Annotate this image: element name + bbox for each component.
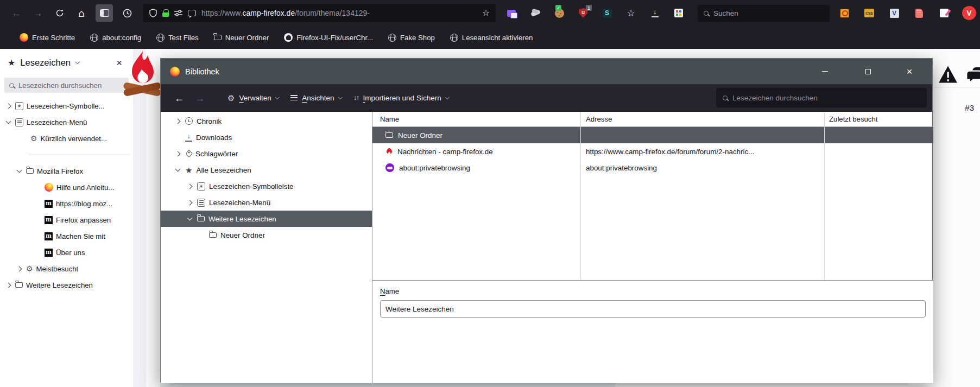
sidebar-item-mozilla-firefox[interactable]: Mozilla Firefox: [0, 163, 133, 179]
tree-item-alle-lesezeichen[interactable]: Alle Lesezeichen: [161, 162, 372, 178]
list-row-privatebrowsing[interactable]: about:privatebrowsing about:privatebrows…: [372, 160, 933, 176]
chat-bubbles-icon[interactable]: [966, 67, 980, 83]
extension-speed-dial[interactable]: [669, 4, 688, 22]
tree-item-schlagwoerter[interactable]: Schlagwörter: [161, 145, 372, 162]
sidebar-item-weitere[interactable]: Weitere Lesezeichen: [0, 277, 133, 293]
tracking-shield-icon[interactable]: [149, 9, 157, 17]
history-button[interactable]: [118, 4, 136, 22]
bookmark-label: Leseansicht aktivieren: [462, 34, 533, 42]
forward-button[interactable]: →: [29, 4, 47, 22]
globe-icon: [90, 34, 98, 42]
verwalten-menu-button[interactable]: Verwalten: [227, 94, 279, 103]
home-button[interactable]: [73, 4, 90, 22]
sidebar-item-symbolleiste[interactable]: Lesezeichen-Symbolle...: [0, 98, 133, 114]
browser-search-bar[interactable]: [698, 5, 830, 22]
column-divider[interactable]: [824, 112, 825, 280]
extension-userscript[interactable]: [910, 4, 928, 22]
gear-icon: [227, 94, 235, 103]
maximize-button[interactable]: [857, 59, 880, 84]
bookmark-label: Test Files: [168, 34, 199, 42]
chevron-right-icon[interactable]: [187, 183, 192, 189]
library-search-input[interactable]: [732, 94, 912, 102]
chevron-right-icon[interactable]: [187, 200, 192, 205]
close-button[interactable]: [898, 59, 921, 84]
column-header-name[interactable]: Name: [372, 115, 580, 123]
chevron-down-icon: [338, 95, 342, 99]
extension-cookie[interactable]: [550, 4, 568, 22]
sidebar-item-meistbesucht[interactable]: Meistbesucht: [0, 261, 133, 277]
chevron-down-icon[interactable]: [75, 60, 80, 64]
bookmark-item[interactable]: Firefox-UI-Fix/userChr...: [284, 33, 373, 42]
tree-item-neuer-ordner[interactable]: Neuer Ordner: [161, 227, 372, 243]
permissions-icon[interactable]: [174, 10, 182, 16]
extension-page-edit[interactable]: [935, 4, 953, 22]
url-bar[interactable]: https://www.camp-firefox.de/forum/thema/…: [143, 4, 496, 22]
chevron-right-icon[interactable]: [175, 151, 180, 156]
lock-icon[interactable]: [162, 9, 169, 17]
column-header-adresse[interactable]: Adresse: [580, 115, 824, 123]
chevron-down-icon[interactable]: [16, 168, 22, 173]
extension-handshake[interactable]: [526, 4, 545, 22]
sidebar-item-hilfe[interactable]: Hilfe und Anleitu...: [0, 179, 133, 195]
bookmark-item[interactable]: Leseansicht aktivieren: [450, 34, 533, 42]
sidebar-search-input[interactable]: [18, 81, 122, 90]
sidebar-item-menu[interactable]: Lesezeichen-Menü: [0, 114, 133, 130]
bookmark-item[interactable]: about:config: [90, 34, 141, 42]
minimize-button[interactable]: [813, 59, 836, 84]
url-text: https://www.camp-firefox.de/forum/thema/…: [201, 9, 477, 17]
chevron-down-icon[interactable]: [175, 167, 180, 172]
column-divider[interactable]: [580, 112, 581, 280]
search-input[interactable]: [713, 9, 806, 17]
library-back-button[interactable]: ←: [174, 93, 184, 103]
extension-vimium[interactable]: [885, 4, 903, 22]
library-search[interactable]: [716, 88, 927, 107]
close-sidebar-button[interactable]: [116, 58, 122, 68]
extension-ublock[interactable]: 1: [574, 4, 592, 22]
sidebar-item-kuerzlich[interactable]: Kürzlich verwendet...: [0, 130, 133, 147]
column-header-zuletzt[interactable]: Zuletzt besucht: [824, 115, 877, 123]
name-field-input[interactable]: [380, 300, 926, 318]
list-row-neuer-ordner[interactable]: Neuer Ordner: [372, 127, 933, 143]
warning-icon[interactable]: [938, 65, 958, 84]
bookmark-item[interactable]: Erste Schritte: [20, 33, 75, 42]
ansichten-label: Ansichten: [302, 94, 334, 102]
bookmark-star-icon[interactable]: ☆: [482, 9, 490, 17]
sidebar-item-machen-sie-mit[interactable]: Machen Sie mit: [0, 228, 133, 244]
extension-qwant[interactable]: [835, 4, 853, 22]
sidebar-search[interactable]: [4, 78, 129, 93]
bookmark-folder-item[interactable]: Neuer Ordner: [214, 34, 269, 42]
tree-item-weitere-lesezeichen[interactable]: Weitere Lesezeichen: [161, 211, 372, 227]
sidebar-item-blog[interactable]: https://blog.moz...: [0, 195, 133, 212]
extension-stylus[interactable]: [598, 4, 616, 22]
tree-item-symbolleiste[interactable]: Lesezeichen-Symbolleiste: [161, 178, 372, 194]
reload-button[interactable]: [51, 4, 68, 22]
chevron-down-icon[interactable]: [187, 215, 192, 221]
bookmark-item[interactable]: Test Files: [156, 34, 199, 42]
bookmark-item[interactable]: Fake Shop: [388, 34, 435, 42]
chevron-right-icon[interactable]: [16, 266, 22, 271]
sidebar-item-anpassen[interactable]: Firefox anpassen: [0, 212, 133, 228]
history-clock-icon: [123, 9, 132, 18]
extension-vivaldi[interactable]: [960, 4, 978, 22]
list-row-nachrichten[interactable]: Nachrichten - camp-firefox.de https://ww…: [372, 143, 933, 160]
extension-star-plus[interactable]: [622, 4, 640, 22]
sidebar-item-ueber-uns[interactable]: Über uns: [0, 244, 133, 261]
sidebar-toggle-button[interactable]: [96, 4, 113, 22]
library-forward-button[interactable]: →: [195, 93, 205, 103]
downloads-button[interactable]: [646, 4, 664, 22]
ansichten-menu-button[interactable]: Ansichten: [290, 94, 342, 102]
back-button[interactable]: ←: [8, 4, 25, 22]
chevron-right-icon[interactable]: [5, 103, 11, 109]
extension-css[interactable]: [860, 4, 878, 22]
import-sichern-menu-button[interactable]: Importieren und Sichern: [353, 94, 448, 102]
url-fade: [460, 5, 476, 21]
tree-item-chronik[interactable]: Chronik: [161, 113, 372, 129]
library-titlebar[interactable]: Bibliothek: [161, 59, 932, 84]
extension-tab-groups[interactable]: [502, 4, 521, 22]
tree-item-downloads[interactable]: Downloads: [161, 129, 372, 145]
chevron-right-icon[interactable]: [175, 118, 180, 124]
chevron-down-icon[interactable]: [5, 119, 11, 124]
tree-item-menu[interactable]: Lesezeichen-Menü: [161, 194, 372, 211]
message-icon[interactable]: [188, 10, 196, 16]
chevron-right-icon[interactable]: [5, 282, 11, 288]
